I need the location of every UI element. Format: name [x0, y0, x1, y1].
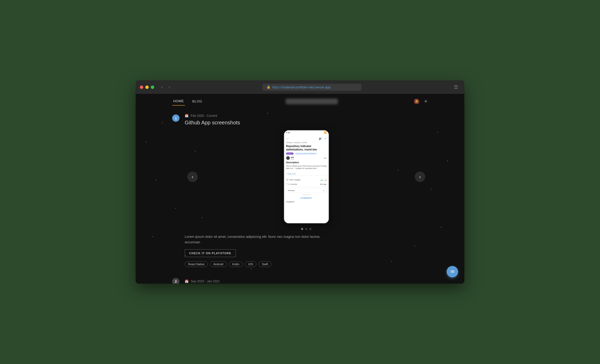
phone-assignees-label: Assignees	[286, 200, 327, 203]
timeline-date-1: 📅 Feb 2020 - Current	[185, 114, 428, 118]
url-text: https://material-portfolio-nkd.vercel.ap…	[272, 85, 331, 89]
browser-content: HOME BLOG 🔕 ☀ 1 📅 Feb 2020 - Current	[136, 94, 464, 284]
phone-avatar	[286, 156, 290, 160]
timeline-date-text: Feb 2020 - Current	[191, 114, 217, 118]
back-button[interactable]: ‹	[159, 84, 165, 90]
minimize-button[interactable]	[145, 86, 149, 89]
phone-action-icons: 🔊 ↗	[319, 137, 327, 140]
phone-volume-icon: 🔊	[319, 137, 322, 140]
phone-diff-removed: -13	[324, 179, 326, 181]
phone-reviews-label: Reviews	[288, 190, 295, 191]
timeline-date-text-2: Sep 2020 - Jan 2021	[191, 280, 220, 283]
phone-screen: 9:30 📶 ← 🔊 ↗	[284, 130, 329, 223]
tag-react-native[interactable]: React Native	[185, 261, 208, 267]
forward-button[interactable]: ›	[166, 84, 172, 90]
timeline-item-2: 2 📅 Sep 2020 - Jan 2021	[172, 277, 428, 284]
phone-commits-time: 9mo ago	[320, 183, 326, 185]
carousel-next-button[interactable]: ›	[415, 172, 425, 182]
tag-android[interactable]: Android	[210, 261, 227, 267]
timeline-item-1: 1 📅 Feb 2020 - Current Github App screen…	[172, 114, 428, 267]
phone-comment-btn[interactable]: COMMENT	[286, 196, 327, 200]
phone-reviews-section: Reviews ∨	[286, 188, 327, 193]
phone-back-icon: ←	[286, 136, 290, 141]
nav-home[interactable]: HOME	[172, 97, 185, 106]
phone-stat-files: 📋 2 files changed +48 -13	[286, 177, 327, 183]
theme-toggle[interactable]: ☀	[424, 99, 428, 104]
nav-center	[209, 99, 414, 104]
carousel-prev-button[interactable]: ‹	[187, 172, 198, 182]
nav-buttons: ‹ ›	[159, 84, 172, 90]
tag-swift[interactable]: Swift	[259, 261, 272, 267]
timeline-badge-2: 2	[172, 278, 179, 284]
phone-status-bar: 9:30 📶	[284, 130, 329, 135]
phone-reviews-arrow: ∨	[323, 189, 325, 192]
phone-read-more[interactable]: ↓ Read more	[286, 173, 296, 175]
phone-signal: 📶	[324, 131, 327, 134]
phone-time: 9:30	[286, 131, 290, 134]
phone-breadcrumb: desktop / desktop #10588	[286, 142, 327, 143]
phone-nav: ← 🔊 ↗	[286, 136, 327, 141]
phone-share-icon: ↗	[324, 137, 327, 140]
phone-content: ← 🔊 ↗ desktop / desktop #10588 Repositor…	[284, 135, 329, 223]
carousel-dot-1[interactable]	[301, 228, 303, 230]
project-description: Lorem ipsum dolor sit amet, consectetur …	[185, 234, 320, 245]
phone-merged-tag: Merged	[286, 153, 293, 155]
carousel-dot-2[interactable]	[305, 228, 307, 230]
tag-ios[interactable]: iOS	[245, 261, 256, 267]
tech-tags: React Native Android Kotlin iOS Swift	[185, 261, 428, 267]
main-content: 1 📅 Feb 2020 - Current Github App screen…	[136, 109, 464, 284]
phone-mockup: 9:30 📶 ← 🔊 ↗	[284, 130, 329, 224]
nav-blog[interactable]: BLOG	[191, 97, 203, 105]
nav-bar: HOME BLOG 🔕 ☀	[136, 94, 464, 109]
nav-brand	[286, 99, 338, 104]
phone-author-info: niik 9mo	[291, 156, 294, 160]
phone-branch-tag: repository-indicator-optimiza...	[295, 153, 317, 155]
phone-description-text: This is a follow-up to #10119 and a prec…	[286, 165, 327, 169]
tag-kotlin[interactable]: Kotlin	[229, 261, 243, 267]
email-fab[interactable]: ✉	[447, 266, 458, 277]
phone-commits-label: ↩ 11 commits	[286, 183, 297, 185]
phone-author: niik 9mo •••	[286, 156, 327, 160]
url-bar[interactable]: 🔒 https://material-portfolio-nkd.vercel.…	[262, 84, 362, 91]
notification-toggle[interactable]: 🔕	[414, 99, 419, 104]
phone-more-icon: •••	[324, 157, 327, 160]
section-title-1: Github App screenshots	[185, 120, 428, 126]
playstore-button[interactable]: CHECK IT ON PLAYSTORE	[185, 249, 236, 257]
phone-author-time: 9mo	[291, 158, 294, 160]
traffic-lights	[140, 86, 154, 89]
carousel-dots	[185, 228, 428, 230]
carousel-dot-3[interactable]	[309, 228, 311, 230]
phone-stat-commits: ↩ 11 commits 9mo ago	[286, 183, 327, 186]
phone-diff-added: +48	[320, 179, 323, 181]
phone-description-title: Description	[286, 161, 327, 164]
phone-stats: 📋 2 files changed +48 -13	[286, 175, 327, 187]
phone-pr-title: Repository indicator optimizations, roun…	[286, 144, 327, 151]
timeline-date-2: 📅 Sep 2020 - Jan 2021	[185, 277, 220, 284]
nav-icons: 🔕 ☀	[414, 99, 428, 104]
maximize-button[interactable]	[151, 86, 154, 89]
phone-author-name: niik	[291, 156, 294, 158]
title-bar: ‹ › 🔒 https://material-portfolio-nkd.ver…	[136, 80, 464, 94]
address-bar: 🔒 https://material-portfolio-nkd.vercel.…	[175, 84, 449, 91]
phone-tags: Merged repository-indicator-optimiza...	[286, 153, 327, 155]
timeline-content-1: 📅 Feb 2020 - Current Github App screensh…	[185, 114, 428, 267]
carousel-track: 9:30 📶 ← 🔊 ↗	[185, 130, 428, 224]
phone-reviews-header: Reviews ∨	[288, 189, 325, 192]
browser-menu-button[interactable]: ☰	[452, 83, 460, 91]
calendar-icon-2: 📅	[185, 280, 189, 283]
close-button[interactable]	[140, 86, 143, 89]
carousel: 9:30 📶 ← 🔊 ↗	[185, 130, 428, 224]
phone-files-label: 📋 2 files changed	[286, 179, 301, 181]
timeline-badge-1: 1	[172, 114, 179, 122]
phone-divider	[302, 195, 310, 195]
calendar-icon: 📅	[185, 114, 189, 118]
browser-window: ‹ › 🔒 https://material-portfolio-nkd.ver…	[136, 80, 464, 284]
